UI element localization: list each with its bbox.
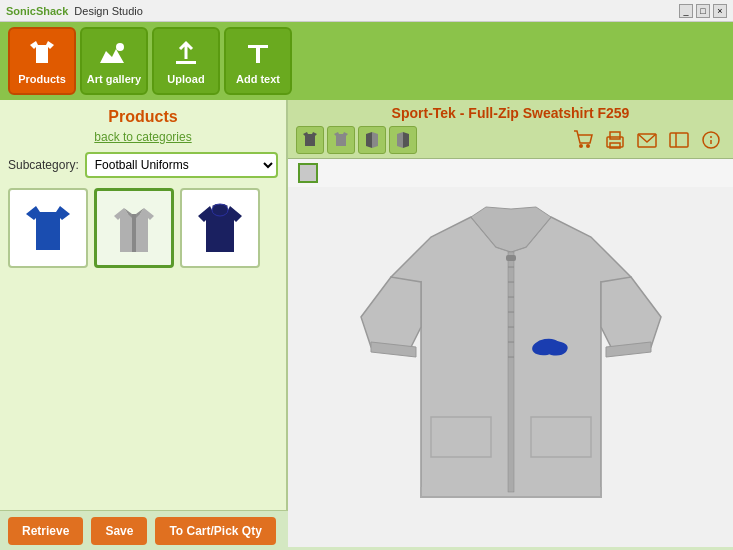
products-label: Products <box>18 73 66 85</box>
upload-icon <box>170 37 202 69</box>
product-display <box>288 187 733 547</box>
app-name: Design Studio <box>74 5 143 17</box>
product-thumb-2[interactable] <box>94 188 174 268</box>
products-icon <box>26 37 58 69</box>
product-3-image <box>190 198 250 258</box>
view-buttons <box>296 126 417 154</box>
print-icon <box>604 129 626 151</box>
print-icon-button[interactable] <box>601 126 629 154</box>
subcategory-select[interactable]: Football Uniforms Basketball Uniforms So… <box>85 152 278 178</box>
upload-label: Upload <box>167 73 204 85</box>
sidebar-title: Products <box>8 108 278 126</box>
svg-rect-12 <box>508 252 514 492</box>
color-area <box>288 159 733 187</box>
save-button[interactable]: Save <box>91 517 147 545</box>
svg-rect-21 <box>506 255 516 261</box>
minimize-button[interactable]: _ <box>679 4 693 18</box>
back-view-button[interactable] <box>327 126 355 154</box>
info-icon <box>700 129 722 151</box>
left-view-icon <box>362 130 382 150</box>
toolbar: Products Art gallery Upload Add text <box>0 22 733 100</box>
front-view-button[interactable] <box>296 126 324 154</box>
add-text-icon <box>242 37 274 69</box>
art-gallery-icon <box>98 37 130 69</box>
svg-rect-2 <box>132 214 136 252</box>
art-gallery-label: Art gallery <box>87 73 141 85</box>
share-icon <box>668 129 690 151</box>
subcategory-row: Subcategory: Football Uniforms Basketbal… <box>8 152 278 178</box>
svg-rect-7 <box>610 132 620 139</box>
product-thumb-3[interactable] <box>180 188 260 268</box>
app-logo: SonicShack <box>6 5 68 17</box>
cart-icon <box>572 129 594 151</box>
back-view-icon <box>331 130 351 150</box>
main-layout: Products back to categories Subcategory:… <box>0 100 733 510</box>
share-icon-button[interactable] <box>665 126 693 154</box>
email-icon <box>636 129 658 151</box>
close-button[interactable]: × <box>713 4 727 18</box>
maximize-button[interactable]: □ <box>696 4 710 18</box>
product-grid <box>8 188 278 268</box>
back-to-categories-link[interactable]: back to categories <box>8 130 278 144</box>
svg-point-4 <box>579 144 583 148</box>
svg-point-3 <box>212 204 228 216</box>
left-view-button[interactable] <box>358 126 386 154</box>
subcategory-label: Subcategory: <box>8 158 79 172</box>
retrieve-button[interactable]: Retrieve <box>8 517 83 545</box>
svg-point-5 <box>586 144 590 148</box>
add-text-label: Add text <box>236 73 280 85</box>
product-2-image <box>104 198 164 258</box>
email-icon-button[interactable] <box>633 126 661 154</box>
content-area: Sport-Tek - Full-Zip Sweatshirt F259 <box>288 100 733 510</box>
bottom-left-buttons: Retrieve Save To Cart/Pick Qty <box>8 517 276 545</box>
right-view-icon <box>393 130 413 150</box>
product-title: Sport-Tek - Full-Zip Sweatshirt F259 <box>392 105 630 121</box>
info-icon-button[interactable] <box>697 126 725 154</box>
cart-button[interactable]: To Cart/Pick Qty <box>155 517 275 545</box>
svg-point-0 <box>116 43 124 51</box>
svg-rect-8 <box>610 143 620 148</box>
cart-icon-button[interactable] <box>569 126 597 154</box>
product-main-image <box>351 187 671 547</box>
front-view-icon <box>300 130 320 150</box>
art-gallery-tool-button[interactable]: Art gallery <box>80 27 148 95</box>
right-view-button[interactable] <box>389 126 417 154</box>
add-text-tool-button[interactable]: Add text <box>224 27 292 95</box>
title-bar: SonicShack Design Studio _ □ × <box>0 0 733 22</box>
svg-rect-10 <box>670 133 688 147</box>
product-thumb-1[interactable] <box>8 188 88 268</box>
products-tool-button[interactable]: Products <box>8 27 76 95</box>
upload-tool-button[interactable]: Upload <box>152 27 220 95</box>
color-swatch-gray[interactable] <box>298 163 318 183</box>
svg-rect-1 <box>176 61 196 64</box>
window-controls[interactable]: _ □ × <box>679 4 727 18</box>
product-1-image <box>18 198 78 258</box>
action-buttons <box>569 126 725 154</box>
sidebar: Products back to categories Subcategory:… <box>0 100 288 510</box>
